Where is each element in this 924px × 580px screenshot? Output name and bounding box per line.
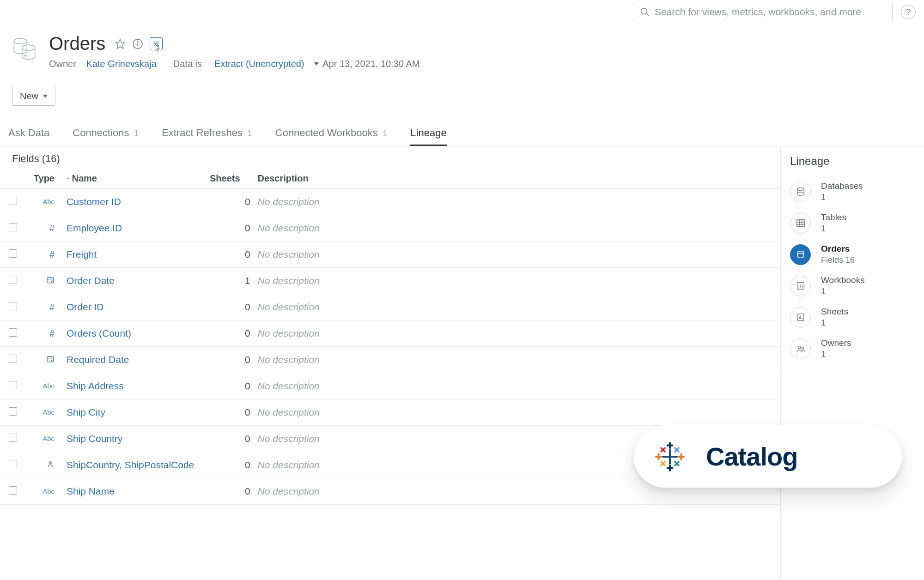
field-name-link[interactable]: Ship Country [67,433,122,444]
tab-ask-data[interactable]: Ask Data [8,127,49,146]
more-actions-icon[interactable] [150,37,163,50]
field-name-link[interactable]: Order Date [67,275,115,286]
field-sheets-count: 0 [206,347,254,373]
col-type[interactable]: Type [26,169,63,189]
field-name-link[interactable]: Freight [67,249,97,260]
search-input[interactable] [655,6,887,18]
svg-point-3 [22,45,35,50]
extract-timestamp: Apr 13, 2021, 10:30 AM [322,59,419,69]
col-name[interactable]: ↑Name [63,169,206,189]
row-checkbox[interactable] [9,249,17,258]
svg-rect-16 [47,356,54,362]
owner-label: Owner [49,59,76,69]
field-description: No description [254,373,780,399]
favorite-star-icon[interactable] [115,38,126,49]
catalog-label: Catalog [706,441,797,471]
field-type-icon: Abc [26,399,63,426]
field-description: No description [254,294,780,320]
lineage-count: 1 [821,224,846,234]
tab-bar: Ask DataConnections1Extract Refreshes1Co… [0,106,924,146]
svg-line-1 [646,13,649,16]
sort-asc-icon: ↑ [67,175,70,183]
table-icon [790,213,811,234]
lineage-count: 1 [821,318,848,328]
svg-point-0 [641,8,647,14]
field-type-icon: # [26,215,63,242]
row-checkbox[interactable] [9,197,17,205]
owner-link[interactable]: Kate Grinevskaja [86,59,156,69]
lineage-node-orders[interactable]: OrdersFields 16 [790,240,918,269]
field-type-icon [26,347,63,373]
owners-icon [790,338,811,359]
row-checkbox[interactable] [9,302,17,310]
info-icon[interactable] [132,38,143,49]
field-sheets-count: 0 [206,189,254,215]
field-name-link[interactable]: Ship Address [67,381,124,391]
row-checkbox[interactable] [9,355,17,363]
lineage-count: Fields 16 [821,255,855,266]
svg-point-2 [14,38,27,44]
lineage-node-databases[interactable]: Databases1 [790,177,918,206]
field-name-link[interactable]: Order ID [67,302,104,312]
field-type-icon [26,268,63,294]
col-sheets[interactable]: Sheets [206,169,254,189]
table-row: AbcCustomer ID0No description [0,189,780,215]
chevron-down-icon [43,95,48,98]
field-description: No description [254,268,780,294]
lineage-node-owners[interactable]: Owners1 [790,334,918,363]
lineage-node-tables[interactable]: Tables1 [790,208,918,238]
field-name-link[interactable]: Orders (Count) [67,328,131,338]
row-checkbox[interactable] [9,434,17,442]
lineage-label: Databases [821,181,863,192]
field-name-link[interactable]: Ship City [67,407,105,417]
field-name-link[interactable]: Ship Name [67,486,115,496]
field-description: No description [254,347,780,373]
extract-type-link[interactable]: Extract (Unencrypted) [214,59,304,69]
tab-connections[interactable]: Connections1 [73,127,139,146]
help-icon[interactable]: ? [901,5,916,19]
col-description[interactable]: Description [254,169,780,189]
tab-connected-workbooks[interactable]: Connected Workbooks1 [275,127,388,146]
field-type-icon: # [26,320,63,347]
svg-point-37 [798,346,801,349]
fields-header: Fields (16) [0,146,780,169]
field-type-icon: # [26,294,63,320]
lineage-label: Owners [821,338,851,349]
new-button[interactable]: New [12,87,55,106]
field-type-icon: Abc [26,373,63,399]
field-sheets-count: 1 [206,268,254,294]
field-name-link[interactable]: ShipCountry, ShipPostalCode [67,459,194,470]
row-checkbox[interactable] [9,381,17,389]
tab-lineage[interactable]: Lineage [410,127,446,146]
row-checkbox[interactable] [9,276,17,284]
data-is-label: Data is [173,59,202,69]
field-type-icon: Abc [26,189,63,215]
row-checkbox[interactable] [9,407,17,416]
field-sheets-count: 0 [206,320,254,347]
row-checkbox[interactable] [9,486,17,495]
chevron-down-icon[interactable] [314,62,319,66]
tab-extract-refreshes[interactable]: Extract Refreshes1 [162,127,252,146]
field-name-link[interactable]: Employee ID [67,223,122,233]
field-sheets-count: 0 [206,215,254,242]
search-box[interactable] [634,3,893,21]
field-sheets-count: 0 [206,399,254,426]
svg-point-20 [51,360,54,362]
row-checkbox[interactable] [9,460,17,468]
field-description: No description [254,215,780,242]
table-row: #Orders (Count)0No description [0,320,780,347]
field-description: No description [254,399,780,426]
row-checkbox[interactable] [9,223,17,231]
lineage-node-workbooks[interactable]: Workbooks1 [790,271,918,301]
svg-point-22 [797,188,804,191]
field-sheets-count: 0 [206,242,254,268]
lineage-label: Sheets [821,306,848,318]
lineage-label: Tables [821,212,846,224]
field-sheets-count: 0 [206,426,254,452]
field-name-link[interactable]: Required Date [67,354,129,365]
lineage-node-sheets[interactable]: Sheets1 [790,302,918,332]
datasource-icon [790,244,811,265]
lineage-label: Orders [821,243,855,255]
field-name-link[interactable]: Customer ID [67,196,121,207]
row-checkbox[interactable] [9,328,17,337]
